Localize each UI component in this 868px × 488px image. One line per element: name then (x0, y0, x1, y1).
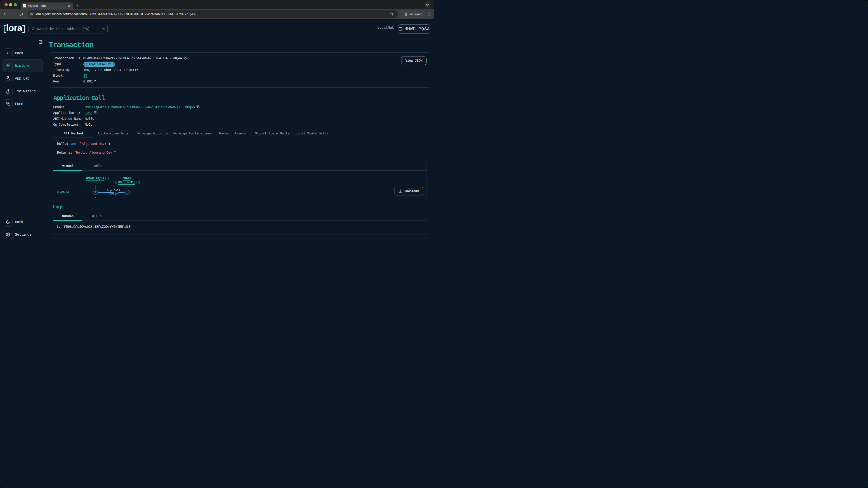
svg-text:2: 2 (138, 182, 139, 184)
svg-text:1: 1 (106, 177, 107, 180)
